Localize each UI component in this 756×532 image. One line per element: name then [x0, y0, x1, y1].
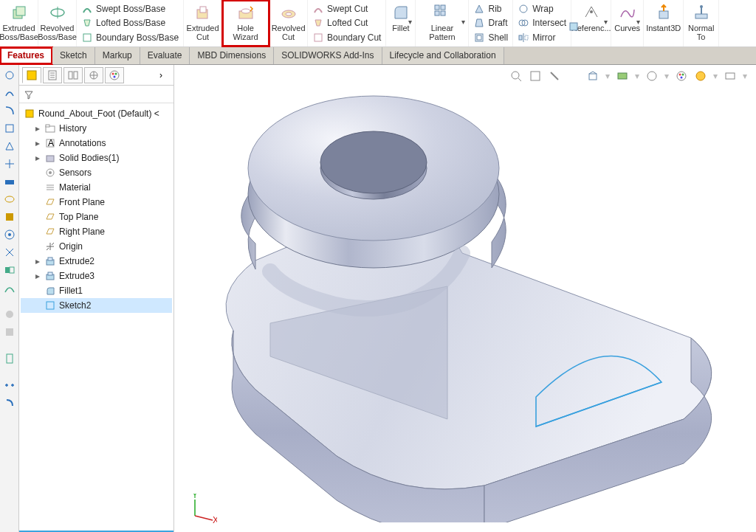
tree-item[interactable]: Material	[21, 180, 172, 195]
tree-item[interactable]: Right Plane	[21, 224, 172, 239]
boundary-icon	[81, 32, 93, 44]
plane-icon	[44, 211, 56, 223]
tool-icon-12[interactable]	[2, 263, 17, 277]
tool-icon-4[interactable]	[2, 121, 17, 136]
boundary-cut-icon	[312, 32, 324, 44]
fillet-button[interactable]: Fillet ▾	[386, 0, 416, 46]
tab-evaluate[interactable]: Evaluate	[140, 47, 190, 64]
rib-icon	[473, 3, 485, 15]
svg-rect-23	[659, 11, 668, 18]
tool-icon-18[interactable]	[2, 395, 17, 410]
mirror-icon	[518, 32, 529, 44]
revolve-icon	[48, 3, 67, 22]
tree-item[interactable]: Sketch2	[21, 298, 172, 313]
lofted-boss-button[interactable]: Lofted Boss/Base	[81, 16, 165, 30]
hole-wizard-button[interactable]: Hole Wizard	[222, 0, 269, 46]
svg-rect-52	[47, 156, 54, 162]
rib-button[interactable]: Rib	[473, 2, 501, 15]
intersect-button[interactable]: Intersect	[518, 16, 566, 30]
extrude-icon	[10, 3, 29, 22]
tab-markup[interactable]: Markup	[95, 47, 140, 64]
tool-icon-8[interactable]	[2, 192, 17, 207]
svg-rect-40	[69, 72, 72, 79]
tree-item[interactable]: ▸History	[21, 121, 172, 136]
mirror-button[interactable]: Mirror	[518, 31, 555, 44]
revolved-boss-button[interactable]: RevolvedBoss/Base	[38, 0, 77, 46]
tree-item[interactable]: ▸Extrude2	[21, 254, 172, 269]
shell-icon	[473, 32, 485, 44]
tab-lifecycle[interactable]: Lifecycle and Collaboration	[382, 47, 504, 64]
tree-item[interactable]: Front Plane	[21, 195, 172, 210]
sketch-icon	[44, 300, 56, 311]
tab-mbd[interactable]: MBD Dimensions	[190, 47, 274, 64]
tool-icon-17[interactable]	[2, 378, 17, 393]
feature-tree: Round_About_Foot (Default) < ▸History▸AA…	[19, 103, 173, 531]
svg-rect-33	[5, 267, 10, 273]
extruded-cut-button[interactable]: ExtrudedCut	[184, 0, 222, 46]
ribbon: ExtrudedBoss/Base RevolvedBoss/Base Swep…	[0, 0, 756, 47]
tool-icon-1[interactable]	[2, 68, 17, 83]
tool-icon-16[interactable]	[2, 351, 17, 366]
tool-icon-7[interactable]	[2, 174, 17, 189]
tree-filter[interactable]	[19, 86, 173, 103]
tree-tab-appearance[interactable]	[105, 67, 124, 83]
normal-to-button[interactable]: NormalTo	[684, 0, 719, 46]
wrap-button[interactable]: Wrap	[518, 2, 553, 15]
main-area: › Round_About_Foot (Default) < ▸History▸…	[0, 65, 756, 532]
tool-icon-5[interactable]	[2, 139, 17, 153]
tree-item[interactable]: Sensors	[21, 165, 172, 180]
tree-item[interactable]: Top Plane	[21, 210, 172, 224]
boundary-boss-button[interactable]: Boundary Boss/Base	[81, 31, 179, 44]
tree-item[interactable]: Origin	[21, 239, 172, 254]
instant3d-button[interactable]: Instant3D	[644, 0, 684, 46]
svg-point-7	[241, 9, 250, 13]
lofted-cut-button[interactable]: Lofted Cut	[312, 16, 368, 30]
tool-icon-15[interactable]	[2, 325, 17, 339]
curves-button[interactable]: Curves ▾	[611, 0, 644, 46]
svg-rect-28	[5, 180, 14, 184]
tree-root[interactable]: Round_About_Foot (Default) <	[21, 106, 172, 121]
svg-point-26	[6, 72, 13, 79]
curves-icon	[618, 3, 637, 22]
feat-icon	[44, 255, 56, 267]
shell-button[interactable]: Shell	[473, 31, 508, 44]
svg-point-29	[5, 196, 14, 202]
tree-tab-more[interactable]: ›	[151, 67, 171, 83]
tree-item[interactable]: ▸Extrude3	[21, 269, 172, 283]
extruded-boss-button[interactable]: ExtrudedBoss/Base	[0, 0, 38, 46]
revolved-cut-button[interactable]: RevolvedCut	[269, 0, 308, 46]
tool-icon-6[interactable]	[2, 156, 17, 171]
tree-item[interactable]: ▸AAnnotations	[21, 136, 172, 151]
svg-point-17	[520, 5, 527, 13]
mod-stack: Rib Draft Shell	[469, 0, 513, 46]
tool-icon-2[interactable]	[2, 86, 17, 100]
tree-tab-dim[interactable]	[84, 67, 103, 83]
tab-features[interactable]: Features	[0, 47, 52, 64]
swept-cut-button[interactable]: Swept Cut	[312, 2, 368, 15]
tree-item[interactable]: ▸Solid Bodies(1)	[21, 151, 172, 165]
tool-icon-3[interactable]	[2, 103, 17, 118]
tree-tab-feature[interactable]	[22, 67, 41, 83]
boundary-cut-button[interactable]: Boundary Cut	[312, 31, 381, 44]
tool-icon-13[interactable]	[2, 280, 17, 295]
svg-point-25	[700, 5, 703, 8]
tree-tab-config[interactable]	[63, 67, 83, 83]
linear-pattern-button[interactable]: Linear Pattern ▾	[416, 0, 469, 46]
tool-icon-11[interactable]	[2, 245, 17, 260]
svg-rect-11	[435, 5, 439, 10]
svg-point-45	[115, 72, 117, 75]
tree-item[interactable]: Fillet1	[21, 283, 172, 298]
draft-button[interactable]: Draft	[473, 16, 507, 30]
tab-sketch[interactable]: Sketch	[52, 47, 95, 64]
graphics-viewport[interactable]: ▾ ▾ ▾ ▾ ▾	[174, 65, 756, 532]
tool-icon-10[interactable]	[2, 227, 17, 242]
tab-addins[interactable]: SOLIDWORKS Add-Ins	[274, 47, 382, 64]
tool-icon-14[interactable]	[2, 307, 17, 322]
swept-boss-button[interactable]: Swept Boss/Base	[81, 2, 165, 15]
filter-icon	[24, 89, 34, 100]
view-triad[interactable]: Y X	[188, 494, 217, 523]
tree-tab-property[interactable]	[43, 67, 62, 83]
svg-rect-62	[570, 23, 577, 30]
extruded-cut-icon	[193, 3, 213, 22]
tool-icon-9[interactable]	[2, 210, 17, 224]
